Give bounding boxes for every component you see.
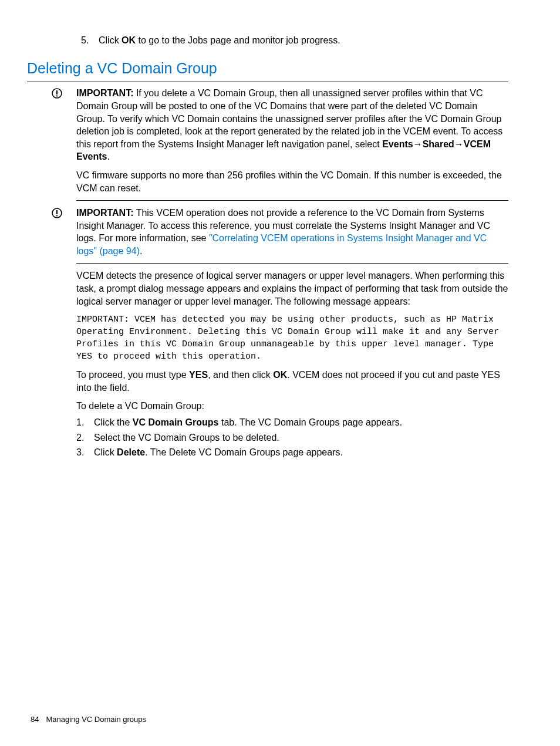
step-5: 5.Click OK to go to the Jobs page and mo… xyxy=(81,34,508,47)
footer-title: Managing VC Domain groups xyxy=(46,715,146,724)
admon-2-body: IMPORTANT: This VCEM operation does not … xyxy=(76,207,508,257)
heading-rule xyxy=(27,82,508,82)
admon-2-para: IMPORTANT: This VCEM operation does not … xyxy=(76,207,508,257)
step-number: 5. xyxy=(81,34,99,47)
proceed-paragraph: To proceed, you must type YES, and then … xyxy=(76,369,508,394)
admon-separator xyxy=(76,200,508,201)
steps-list: 1.Click the VC Domain Groups tab. The VC… xyxy=(76,416,508,459)
svg-rect-2 xyxy=(56,96,58,97)
svg-rect-1 xyxy=(56,90,58,94)
admon-1-para-1: IMPORTANT: If you delete a VC Domain Gro… xyxy=(76,87,508,163)
page-number: 84 xyxy=(31,715,39,724)
important-admonition-1: IMPORTANT: If you delete a VC Domain Gro… xyxy=(52,87,508,194)
step-item-2: 2.Select the VC Domain Groups to be dele… xyxy=(76,431,508,444)
admon-1-para-2: VC firmware supports no more than 256 pr… xyxy=(76,169,508,194)
section-heading: Deleting a VC Domain Group xyxy=(27,59,508,79)
important-admonition-2: IMPORTANT: This VCEM operation does not … xyxy=(52,207,508,257)
svg-rect-5 xyxy=(56,215,58,217)
detect-paragraph: VCEM detects the presence of logical ser… xyxy=(76,269,508,308)
page-footer: 84Managing VC Domain groups xyxy=(31,714,146,725)
steps-intro: To delete a VC Domain Group: xyxy=(76,400,508,413)
content-block: VCEM detects the presence of logical ser… xyxy=(76,269,508,458)
step-item-3: 3.Click Delete. The Delete VC Domain Gro… xyxy=(76,446,508,459)
step-text: Click OK to go to the Jobs page and moni… xyxy=(99,35,340,45)
important-icon xyxy=(52,87,76,99)
admon-end-rule xyxy=(76,263,508,264)
step-item-1: 1.Click the VC Domain Groups tab. The VC… xyxy=(76,416,508,429)
admon-1-body: IMPORTANT: If you delete a VC Domain Gro… xyxy=(76,87,508,194)
svg-rect-4 xyxy=(56,210,58,214)
important-icon xyxy=(52,207,76,218)
code-message: IMPORTANT: VCEM has detected you may be … xyxy=(76,313,508,363)
